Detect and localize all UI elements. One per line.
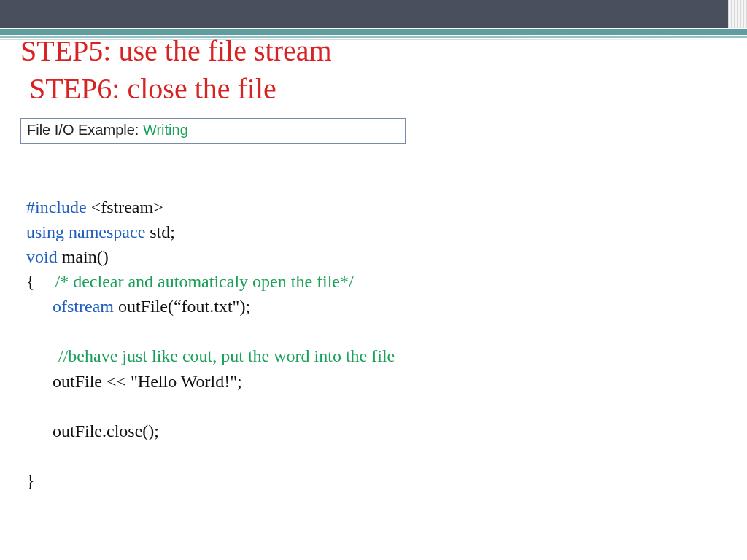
code-line: outFile.close(); — [26, 419, 732, 443]
code-line: using namespace std; — [26, 219, 732, 244]
code-text: <fstream> — [91, 198, 163, 217]
code-blank-line — [26, 319, 732, 343]
code-keyword: void — [26, 247, 62, 266]
slide-top-bar — [0, 0, 747, 28]
code-blank-line — [26, 443, 732, 468]
code-line: } — [26, 468, 732, 493]
code-text: { — [26, 272, 35, 291]
code-line: ofstream outFile(“fout.txt"); — [26, 294, 732, 319]
code-line: #include <fstream> — [26, 195, 732, 219]
code-line: //behave just like cout, put the word in… — [26, 343, 732, 368]
code-comment: //behave just like cout, put the word in… — [58, 346, 395, 365]
heading-line-1: STEP5: use the file stream — [20, 34, 332, 67]
example-label: File I/O Example: — [27, 122, 143, 138]
code-keyword: #include — [26, 198, 91, 217]
code-text: outFile.close(); — [26, 419, 159, 443]
heading-line-2: STEP6: close the file — [20, 70, 732, 108]
code-line: {/* declear and automaticaly open the fi… — [26, 269, 732, 294]
code-comment: /* declear and automaticaly open the fil… — [55, 272, 354, 291]
code-line: outFile << "Hello World!"; — [26, 369, 732, 394]
example-label-box: File I/O Example: Writing — [20, 118, 406, 144]
code-text: } — [26, 471, 35, 490]
code-keyword: ofstream — [53, 297, 118, 316]
example-mode: Writing — [143, 122, 188, 138]
code-text: std; — [150, 222, 175, 241]
code-text: outFile(“fout.txt"); — [118, 297, 250, 316]
slide-content: STEP5: use the file stream STEP6: close … — [20, 32, 732, 493]
code-blank-line — [26, 394, 732, 419]
code-keyword: using namespace — [26, 222, 150, 241]
code-text: main() — [62, 247, 109, 266]
code-block: #include <fstream> using namespace std; … — [20, 195, 732, 493]
slide-heading: STEP5: use the file stream STEP6: close … — [20, 32, 732, 108]
code-text: outFile << "Hello World!"; — [26, 369, 242, 394]
code-line: void main() — [26, 244, 732, 269]
